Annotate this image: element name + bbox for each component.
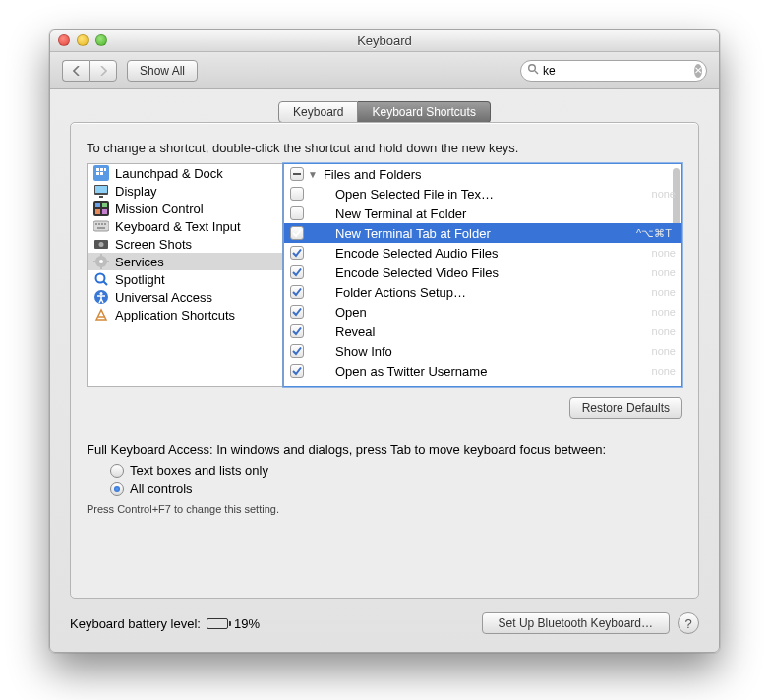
shortcut-value: none — [652, 247, 676, 259]
category-item-services[interactable]: Services — [88, 253, 282, 270]
category-label: Services — [115, 255, 164, 269]
radio-icon — [110, 482, 124, 496]
svg-rect-3 — [96, 168, 99, 171]
shortcut-checkbox[interactable] — [290, 285, 304, 299]
category-item-launchpad[interactable]: Launchpad & Dock — [88, 164, 282, 182]
category-label: Universal Access — [115, 290, 212, 305]
shortcut-row[interactable]: Folder Actions Setup…none — [284, 282, 681, 302]
search-input[interactable] — [543, 64, 690, 78]
apps-icon — [93, 307, 109, 322]
shortcut-row[interactable]: Open Selected File in Tex…none — [284, 184, 681, 204]
traffic-lights — [58, 34, 107, 46]
radio-label: Text boxes and lists only — [130, 463, 268, 478]
shortcut-checkbox[interactable] — [290, 226, 304, 240]
category-item-mission[interactable]: Mission Control — [88, 200, 282, 217]
window-title: Keyboard — [357, 33, 412, 48]
shortcut-checkbox[interactable] — [290, 344, 304, 358]
svg-rect-20 — [104, 223, 106, 225]
shortcut-row[interactable]: Encode Selected Audio Filesnone — [284, 243, 681, 262]
toolbar: Show All ✕ — [50, 52, 719, 89]
svg-line-31 — [104, 282, 108, 286]
shortcut-checkbox[interactable] — [290, 265, 304, 279]
back-button[interactable] — [62, 60, 89, 82]
svg-rect-14 — [95, 209, 100, 214]
category-item-screenshots[interactable]: Screen Shots — [88, 235, 282, 253]
services-icon — [93, 254, 109, 269]
zoom-button[interactable] — [95, 34, 107, 46]
svg-rect-17 — [95, 223, 97, 225]
shortcut-checkbox[interactable] — [290, 246, 304, 260]
svg-rect-38 — [291, 207, 304, 220]
clear-search-icon[interactable]: ✕ — [694, 64, 702, 78]
svg-point-23 — [99, 242, 104, 247]
shortcut-value: none — [652, 306, 676, 318]
svg-rect-4 — [100, 168, 103, 171]
show-all-button[interactable]: Show All — [127, 60, 198, 82]
shortcut-checkbox[interactable] — [290, 324, 304, 338]
category-list[interactable]: Launchpad & DockDisplayMission ControlKe… — [87, 163, 283, 387]
shortcuts-panel: To change a shortcut, double-click the s… — [70, 122, 699, 599]
category-item-apps[interactable]: Application Shortcuts — [88, 306, 282, 323]
search-icon — [527, 63, 539, 78]
category-item-display[interactable]: Display — [88, 182, 282, 200]
svg-rect-42 — [291, 286, 304, 299]
shortcut-checkbox[interactable] — [290, 187, 304, 201]
group-checkbox[interactable] — [290, 167, 304, 181]
shortcut-row[interactable]: Encode Selected Video Filesnone — [284, 262, 681, 282]
svg-rect-9 — [95, 186, 107, 193]
tab-keyboard-shortcuts[interactable]: Keyboard Shortcuts — [358, 101, 490, 123]
shortcut-checkbox[interactable] — [290, 206, 304, 220]
svg-rect-45 — [291, 345, 304, 358]
setup-bluetooth-button[interactable]: Set Up Bluetooth Keyboard… — [482, 612, 670, 634]
svg-point-33 — [100, 292, 103, 295]
svg-rect-18 — [98, 223, 100, 225]
category-item-spotlight[interactable]: Spotlight — [88, 270, 282, 288]
group-header-row[interactable]: ▼Files and Folders — [284, 164, 681, 184]
battery-icon — [207, 618, 228, 629]
battery-status: Keyboard battery level: 19% — [70, 616, 260, 631]
svg-rect-37 — [291, 188, 304, 201]
category-item-keyboard[interactable]: Keyboard & Text Input — [88, 217, 282, 235]
shortcut-value: none — [652, 325, 676, 337]
instructions-text: To change a shortcut, double-click the s… — [87, 141, 682, 155]
category-label: Launchpad & Dock — [115, 166, 223, 181]
disclosure-triangle-icon[interactable]: ▼ — [308, 169, 318, 180]
shortcut-label: Folder Actions Setup… — [335, 285, 648, 300]
tab-keyboard[interactable]: Keyboard — [278, 101, 358, 123]
shortcut-value: none — [652, 345, 676, 357]
category-label: Spotlight — [115, 272, 165, 287]
group-label: Files and Folders — [324, 167, 676, 182]
display-icon — [93, 183, 109, 199]
shortcut-row[interactable]: Revealnone — [284, 321, 681, 341]
launchpad-icon — [93, 165, 109, 181]
close-button[interactable] — [58, 34, 70, 46]
shortcut-checkbox[interactable] — [290, 305, 304, 319]
svg-rect-6 — [96, 172, 99, 175]
search-field[interactable]: ✕ — [520, 60, 707, 82]
split-view: Launchpad & DockDisplayMission ControlKe… — [87, 163, 682, 387]
full-keyboard-access-label: Full Keyboard Access: In windows and dia… — [87, 442, 682, 457]
screenshots-icon — [93, 236, 109, 252]
category-item-universal[interactable]: Universal Access — [88, 288, 282, 306]
svg-rect-16 — [93, 221, 109, 231]
shortcut-row[interactable]: New Terminal at Folder — [284, 204, 681, 223]
shortcut-row[interactable]: New Terminal Tab at Folder^⌥⌘T — [284, 223, 681, 243]
help-button[interactable]: ? — [678, 612, 699, 634]
shortcut-row[interactable]: Open as Twitter Usernamenone — [284, 361, 681, 380]
category-label: Application Shortcuts — [115, 308, 235, 322]
svg-point-25 — [99, 260, 103, 263]
shortcut-row[interactable]: Show Infonone — [284, 341, 681, 361]
radio-icon — [110, 464, 124, 478]
minimize-button[interactable] — [77, 34, 89, 46]
hint-text: Press Control+F7 to change this setting. — [87, 503, 682, 515]
restore-defaults-button[interactable]: Restore Defaults — [569, 397, 682, 419]
battery-label: Keyboard battery level: — [70, 616, 201, 631]
shortcut-list[interactable]: ▼Files and FoldersOpen Selected File in … — [283, 163, 682, 387]
shortcut-row[interactable]: Opennone — [284, 302, 681, 321]
radio-all-controls[interactable]: All controls — [110, 481, 682, 496]
titlebar: Keyboard — [50, 30, 719, 52]
radio-group: Text boxes and lists only All controls — [110, 463, 682, 496]
shortcut-checkbox[interactable] — [290, 364, 304, 378]
forward-button[interactable] — [89, 60, 117, 82]
radio-text-boxes-only[interactable]: Text boxes and lists only — [110, 463, 682, 478]
